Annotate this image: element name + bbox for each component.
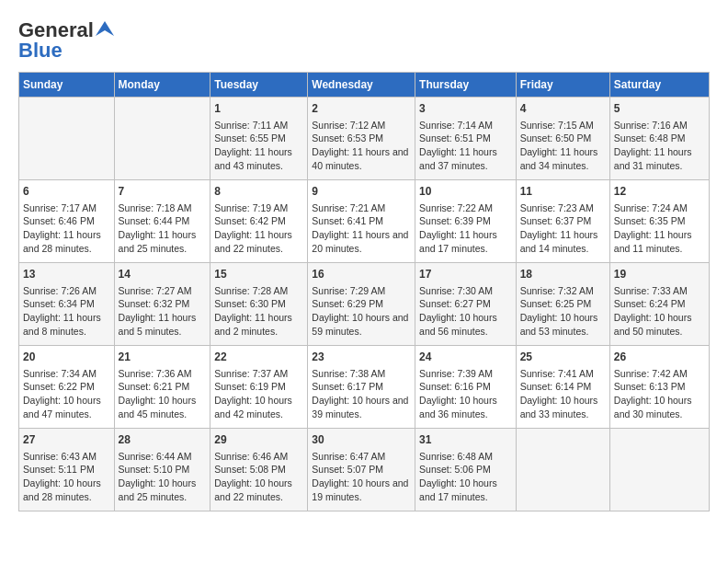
week-row-4: 20Sunrise: 7:34 AMSunset: 6:22 PMDayligh…	[19, 346, 710, 429]
day-info: Sunrise: 7:19 AM	[214, 201, 303, 215]
day-info: Sunset: 6:53 PM	[312, 132, 411, 145]
header-cell-monday: Monday	[114, 73, 210, 98]
day-number: 8	[214, 184, 303, 200]
day-info: Sunset: 6:17 PM	[312, 380, 411, 394]
day-number: 25	[520, 350, 606, 365]
day-info: Sunrise: 7:38 AM	[312, 367, 411, 381]
day-number: 20	[23, 350, 110, 365]
day-info: Daylight: 10 hours and 39 minutes.	[312, 394, 411, 420]
day-info: Sunset: 5:08 PM	[214, 463, 303, 477]
day-cell: 20Sunrise: 7:34 AMSunset: 6:22 PMDayligh…	[19, 346, 115, 429]
day-number: 24	[419, 350, 512, 365]
day-info: Daylight: 11 hours and 28 minutes.	[23, 228, 110, 255]
day-cell: 30Sunrise: 6:47 AMSunset: 5:07 PMDayligh…	[308, 429, 415, 511]
day-info: Daylight: 11 hours and 31 minutes.	[614, 145, 705, 172]
day-info: Sunset: 6:35 PM	[614, 214, 705, 228]
day-info: Sunrise: 7:14 AM	[419, 119, 512, 132]
day-info: Sunset: 6:13 PM	[614, 380, 705, 394]
day-info: Sunrise: 7:23 AM	[520, 201, 606, 215]
day-info: Sunset: 6:37 PM	[520, 214, 606, 228]
day-cell: 8Sunrise: 7:19 AMSunset: 6:42 PMDaylight…	[210, 180, 308, 263]
day-info: Sunrise: 6:43 AM	[23, 450, 110, 464]
day-number: 4	[520, 101, 606, 117]
day-cell: 26Sunrise: 7:42 AMSunset: 6:13 PMDayligh…	[609, 346, 709, 429]
day-number: 29	[214, 432, 303, 448]
day-number: 10	[419, 184, 512, 200]
day-number: 1	[214, 101, 303, 117]
day-cell: 25Sunrise: 7:41 AMSunset: 6:14 PMDayligh…	[516, 346, 609, 429]
day-info: Sunrise: 7:28 AM	[214, 284, 303, 298]
day-info: Daylight: 10 hours and 47 minutes.	[23, 394, 110, 420]
day-info: Sunset: 6:29 PM	[312, 297, 411, 311]
day-info: Daylight: 11 hours and 20 minutes.	[312, 228, 411, 255]
day-number: 9	[312, 184, 411, 200]
day-number: 31	[419, 432, 512, 448]
day-number: 12	[614, 184, 705, 200]
day-cell: 15Sunrise: 7:28 AMSunset: 6:30 PMDayligh…	[210, 263, 308, 346]
day-info: Daylight: 11 hours and 17 minutes.	[419, 228, 512, 255]
day-info: Sunrise: 7:42 AM	[614, 367, 705, 381]
day-info: Daylight: 10 hours and 19 minutes.	[312, 477, 411, 503]
day-info: Sunrise: 7:24 AM	[614, 201, 705, 215]
day-number: 26	[614, 350, 705, 365]
day-info: Daylight: 11 hours and 37 minutes.	[419, 145, 512, 172]
day-info: Sunset: 6:41 PM	[312, 214, 411, 228]
day-cell: 21Sunrise: 7:36 AMSunset: 6:21 PMDayligh…	[114, 346, 210, 429]
day-cell: 1Sunrise: 7:11 AMSunset: 6:55 PMDaylight…	[210, 98, 308, 180]
day-info: Sunset: 6:39 PM	[419, 214, 512, 228]
week-row-5: 27Sunrise: 6:43 AMSunset: 5:11 PMDayligh…	[19, 429, 710, 511]
day-number: 7	[119, 184, 207, 200]
day-info: Daylight: 10 hours and 45 minutes.	[119, 394, 207, 420]
day-info: Sunset: 6:14 PM	[520, 380, 606, 394]
day-info: Daylight: 11 hours and 43 minutes.	[214, 145, 303, 172]
day-info: Sunrise: 6:48 AM	[419, 450, 512, 464]
day-number: 16	[312, 267, 411, 282]
day-info: Sunrise: 7:41 AM	[520, 367, 606, 381]
day-cell: 22Sunrise: 7:37 AMSunset: 6:19 PMDayligh…	[210, 346, 308, 429]
day-info: Daylight: 11 hours and 22 minutes.	[214, 228, 303, 255]
day-number: 13	[23, 267, 110, 282]
day-cell: 11Sunrise: 7:23 AMSunset: 6:37 PMDayligh…	[516, 180, 609, 263]
day-info: Sunrise: 7:26 AM	[23, 284, 110, 298]
day-info: Sunrise: 7:36 AM	[119, 367, 207, 381]
day-info: Daylight: 10 hours and 56 minutes.	[419, 311, 512, 338]
header-cell-friday: Friday	[516, 73, 609, 98]
day-number: 23	[312, 350, 411, 365]
day-info: Daylight: 10 hours and 36 minutes.	[419, 394, 512, 420]
day-info: Sunrise: 7:32 AM	[520, 284, 606, 298]
day-info: Daylight: 11 hours and 25 minutes.	[119, 228, 207, 255]
header-cell-wednesday: Wednesday	[308, 73, 415, 98]
day-info: Sunset: 6:44 PM	[119, 214, 207, 228]
day-info: Sunrise: 7:12 AM	[312, 119, 411, 132]
day-info: Sunset: 6:55 PM	[214, 132, 303, 145]
day-info: Sunrise: 7:16 AM	[614, 119, 705, 132]
day-info: Daylight: 10 hours and 22 minutes.	[214, 477, 303, 503]
day-cell: 9Sunrise: 7:21 AMSunset: 6:41 PMDaylight…	[308, 180, 415, 263]
day-info: Sunset: 5:10 PM	[119, 463, 207, 477]
logo-bird-icon	[96, 21, 114, 36]
day-cell: 23Sunrise: 7:38 AMSunset: 6:17 PMDayligh…	[308, 346, 415, 429]
day-number: 15	[214, 267, 303, 282]
day-cell: 6Sunrise: 7:17 AMSunset: 6:46 PMDaylight…	[19, 180, 115, 263]
day-cell: 4Sunrise: 7:15 AMSunset: 6:50 PMDaylight…	[516, 98, 609, 180]
day-info: Daylight: 11 hours and 14 minutes.	[520, 228, 606, 255]
header-cell-saturday: Saturday	[609, 73, 709, 98]
day-info: Sunrise: 6:44 AM	[119, 450, 207, 464]
day-info: Sunset: 6:22 PM	[23, 380, 110, 394]
day-number: 17	[419, 267, 512, 282]
day-info: Sunset: 5:07 PM	[312, 463, 411, 477]
day-info: Daylight: 11 hours and 5 minutes.	[119, 311, 207, 338]
day-info: Daylight: 10 hours and 42 minutes.	[214, 394, 303, 420]
day-number: 2	[312, 101, 411, 117]
day-info: Sunset: 6:51 PM	[419, 132, 512, 145]
logo: General Blue	[18, 18, 114, 63]
header-row: SundayMondayTuesdayWednesdayThursdayFrid…	[19, 73, 710, 98]
day-info: Daylight: 10 hours and 17 minutes.	[419, 477, 512, 503]
day-info: Sunset: 6:32 PM	[119, 297, 207, 311]
day-info: Sunrise: 7:39 AM	[419, 367, 512, 381]
day-cell: 27Sunrise: 6:43 AMSunset: 5:11 PMDayligh…	[19, 429, 115, 511]
day-cell: 5Sunrise: 7:16 AMSunset: 6:48 PMDaylight…	[609, 98, 709, 180]
day-info: Sunrise: 7:33 AM	[614, 284, 705, 298]
day-info: Daylight: 10 hours and 59 minutes.	[312, 311, 411, 338]
day-info: Sunrise: 7:29 AM	[312, 284, 411, 298]
